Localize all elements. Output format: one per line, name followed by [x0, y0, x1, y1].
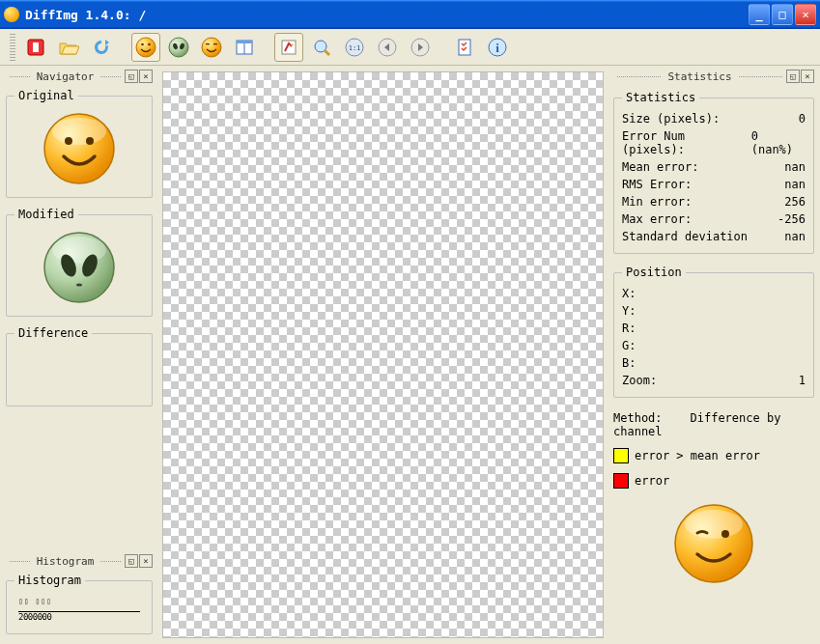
difference-group: Difference: [6, 326, 153, 406]
pos-x-label: X:: [622, 287, 636, 300]
toolbar-grip[interactable]: [10, 34, 15, 61]
statistics-float-button[interactable]: ◱: [786, 70, 800, 83]
svg-point-33: [721, 530, 729, 538]
app-icon: [4, 7, 19, 22]
svg-rect-1: [33, 42, 39, 52]
swatch-yellow: [613, 448, 629, 463]
stat-min-label: Min error:: [622, 195, 692, 209]
navigator-panel-header: Navigator ◱×: [6, 70, 153, 83]
toolbar: 1:1 i: [0, 29, 820, 66]
fit-button[interactable]: 1:1: [340, 33, 369, 62]
svg-text:i: i: [495, 41, 499, 55]
prev-button[interactable]: [373, 33, 402, 62]
svg-point-32: [685, 510, 743, 539]
difference-thumbnail[interactable]: [41, 348, 118, 396]
quit-button[interactable]: [21, 33, 50, 62]
svg-point-2: [136, 38, 156, 57]
navigator-float-button[interactable]: ◱: [125, 70, 138, 83]
modified-view-button[interactable]: [164, 33, 193, 62]
legend2-text: error: [635, 474, 669, 488]
svg-point-24: [65, 137, 72, 145]
stat-size-value: 0: [799, 112, 806, 126]
stat-std-label: Standard deviation: [622, 230, 748, 243]
svg-point-25: [86, 137, 94, 145]
histogram-group: Histogram ▯▯ ▯▯▯ 2000000: [6, 574, 153, 634]
stat-max-label: Max error:: [622, 212, 692, 226]
stat-rms-value: nan: [784, 178, 806, 191]
modified-thumbnail[interactable]: [41, 229, 118, 306]
stat-min-value: 256: [784, 195, 806, 209]
svg-point-3: [141, 42, 144, 45]
highlight-button[interactable]: [274, 33, 303, 62]
histogram-canvas[interactable]: ▯▯ ▯▯▯ 2000000: [14, 593, 144, 626]
dual-panel-button[interactable]: [230, 33, 259, 62]
original-group: Original: [6, 89, 153, 198]
modified-label: Modified: [14, 208, 78, 221]
stat-mean-label: Mean error:: [622, 160, 698, 174]
navigator-close-button[interactable]: ×: [139, 70, 153, 83]
stat-err-value: 0 (nan%): [751, 129, 806, 156]
original-label: Original: [14, 89, 78, 102]
mascot-icon: [672, 502, 755, 588]
titlebar: DiffImg 1.4.0: / _ □ ✕: [0, 0, 820, 29]
svg-point-27: [52, 237, 106, 264]
svg-line-14: [325, 50, 329, 55]
svg-rect-19: [459, 40, 470, 55]
svg-point-23: [52, 118, 106, 145]
window-title: DiffImg 1.4.0: /: [25, 8, 749, 22]
histogram-close-button[interactable]: ×: [139, 554, 153, 568]
minimize-button[interactable]: _: [749, 4, 770, 25]
histogram-float-button[interactable]: ◱: [125, 554, 138, 568]
histogram-group-label: Histogram: [14, 574, 85, 587]
difference-label: Difference: [14, 326, 92, 340]
stat-std-value: nan: [784, 230, 806, 243]
open-button[interactable]: [54, 33, 83, 62]
about-button[interactable]: i: [483, 33, 512, 62]
svg-point-8: [202, 38, 221, 57]
statistics-group-label: Statistics: [622, 91, 699, 104]
stat-err-label: Error Num (pixels):: [622, 129, 751, 156]
legend-error: error: [613, 471, 814, 490]
maximize-button[interactable]: □: [772, 4, 793, 25]
pos-r-label: R:: [622, 322, 636, 335]
pos-zoom-value: 1: [799, 374, 806, 387]
stat-mean-value: nan: [784, 160, 806, 174]
next-button[interactable]: [406, 33, 435, 62]
histogram-title: Histogram: [34, 555, 98, 568]
close-button[interactable]: ✕: [795, 4, 816, 25]
stat-size-label: Size (pixels):: [622, 112, 720, 126]
zoom-button[interactable]: [307, 33, 336, 62]
pos-g-label: G:: [622, 339, 636, 352]
statistics-close-button[interactable]: ×: [801, 70, 814, 83]
histogram-panel-header: Histogram ◱×: [6, 554, 153, 568]
preferences-button[interactable]: [450, 33, 479, 62]
position-group: Position X: Y: R: G: B: Zoom:1: [613, 266, 814, 398]
svg-point-5: [169, 38, 188, 57]
histogram-axis: 2000000: [18, 611, 140, 622]
statistics-group: Statistics Size (pixels):0 Error Num (pi…: [613, 91, 814, 254]
swatch-red: [613, 473, 629, 489]
legend-mean-error: error > mean error: [613, 446, 814, 465]
svg-point-30: [76, 284, 82, 287]
svg-point-4: [148, 42, 151, 45]
pos-b-label: B:: [622, 356, 636, 370]
stat-max-value: -256: [778, 212, 806, 226]
original-view-button[interactable]: [131, 33, 160, 62]
svg-text:1:1: 1:1: [349, 44, 361, 52]
legend1-text: error > mean error: [635, 449, 760, 462]
refresh-button[interactable]: [87, 33, 116, 62]
pos-y-label: Y:: [622, 304, 636, 318]
pos-zoom-label: Zoom:: [622, 374, 657, 387]
position-group-label: Position: [622, 266, 686, 279]
original-thumbnail[interactable]: [41, 110, 118, 187]
statistics-title: Statistics: [664, 70, 734, 83]
modified-group: Modified: [6, 208, 153, 317]
difference-view-button[interactable]: [197, 33, 226, 62]
statistics-panel-header: Statistics ◱×: [613, 70, 814, 83]
navigator-title: Navigator: [34, 70, 98, 83]
method-row: Method: Difference by channel: [613, 409, 814, 440]
stat-rms-label: RMS Error:: [622, 178, 692, 191]
svg-rect-10: [237, 41, 252, 43]
image-canvas[interactable]: [162, 71, 604, 638]
method-label: Method:: [613, 411, 663, 425]
